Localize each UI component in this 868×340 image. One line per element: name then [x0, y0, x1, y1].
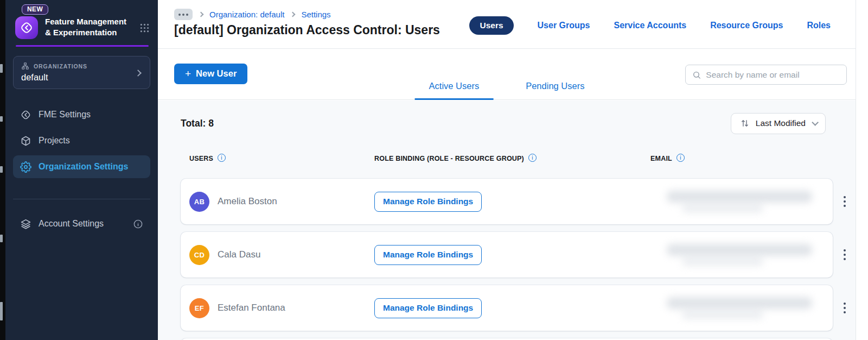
row-menu-kebab-icon[interactable] [839, 245, 851, 265]
table-row: CD Cala Dasu Manage Role Bindings [181, 232, 833, 278]
sidebar-item-organization-settings[interactable]: Organization Settings [13, 155, 150, 178]
tab-roles[interactable]: Roles [807, 21, 831, 30]
access-control-tabs: Users User Groups Service Accounts Resou… [469, 16, 831, 35]
tab-resource-groups[interactable]: Resource Groups [710, 21, 783, 30]
email-redacted-blur [667, 244, 812, 266]
user-name: Estefan Fontana [218, 303, 285, 313]
sidebar-item-label: Account Settings [39, 219, 104, 229]
tab-user-groups[interactable]: User Groups [538, 21, 590, 30]
edge-artifact [0, 64, 3, 73]
cube-icon [20, 135, 31, 147]
sidebar-divider [13, 199, 150, 199]
sidebar-item-projects[interactable]: Projects [13, 129, 150, 152]
user-name: Cala Dasu [218, 249, 260, 260]
search-icon [692, 70, 701, 80]
avatar: AB [189, 192, 209, 212]
email-redacted-blur [667, 191, 812, 212]
organization-selector[interactable]: ORGANIZATIONS default [13, 56, 150, 89]
manage-role-bindings-button[interactable]: Manage Role Bindings [374, 298, 482, 318]
sidebar-item-fme-settings[interactable]: FME Settings [13, 103, 150, 126]
tab-users[interactable]: Users [469, 16, 513, 35]
new-user-button[interactable]: + New User [174, 64, 247, 84]
avatar: CD [189, 245, 209, 265]
avatar: EF [189, 298, 209, 318]
info-icon[interactable]: i [218, 154, 226, 162]
sort-dropdown[interactable]: Last Modified [731, 113, 826, 134]
column-users: USERS i [189, 155, 374, 163]
organizations-label: ORGANIZATIONS [34, 63, 87, 70]
edge-artifact [0, 235, 3, 242]
sidebar-header: NEW Feature Management & Experimentation [5, 0, 158, 47]
chevron-right-icon [290, 12, 296, 17]
email-redacted-blur [667, 297, 812, 319]
brand-accent-rule [16, 45, 149, 47]
breadcrumb: Organization: default Settings [174, 9, 331, 20]
sidebar-nav: FME Settings Projects Organization Setti… [13, 103, 150, 178]
organization-value: default [21, 72, 142, 83]
main-panel: Organization: default Settings [default]… [158, 0, 856, 340]
search-box [685, 65, 847, 85]
breadcrumb-ellipsis-button[interactable] [174, 9, 193, 20]
org-hierarchy-icon [21, 62, 29, 70]
layers-icon [20, 218, 31, 230]
sort-arrows-icon [740, 118, 750, 128]
info-icon [133, 219, 143, 229]
column-role-binding: ROLE BINDING (ROLE - RESOURCE GROUP) i [374, 155, 650, 163]
edge-artifact [0, 116, 3, 122]
users-toolbar: + New User Active Users Pending Users [158, 49, 856, 100]
chevron-right-icon [199, 12, 204, 17]
email-cell [650, 297, 812, 319]
fme-settings-icon [20, 109, 31, 121]
account-info-button[interactable] [133, 219, 143, 229]
app-switcher-button[interactable] [139, 22, 150, 36]
row-menu-kebab-icon[interactable] [839, 299, 851, 318]
total-count: Total: 8 [181, 118, 214, 129]
email-cell [650, 191, 812, 212]
new-user-button-label: New User [196, 68, 237, 79]
tab-active-users[interactable]: Active Users [415, 81, 494, 100]
app-logo[interactable] [15, 16, 38, 39]
breadcrumb-link-settings[interactable]: Settings [301, 10, 330, 19]
column-email: EMAIL i [650, 155, 759, 163]
window-edge-strip [0, 0, 5, 340]
user-name: Amelia Boston [218, 196, 277, 207]
sidebar-item-label: Projects [39, 136, 70, 146]
sidebar-item-account-settings[interactable]: Account Settings [13, 212, 150, 235]
chevron-down-icon [812, 119, 819, 126]
info-icon[interactable]: i [676, 154, 685, 162]
table-row: AB Amelia Boston Manage Role Bindings [181, 179, 833, 224]
app-title: Feature Management & Experimentation [45, 16, 127, 38]
grid-apps-icon [139, 22, 150, 34]
edge-artifact [0, 166, 3, 173]
edge-artifact [0, 302, 3, 320]
user-state-tabs: Active Users Pending Users [415, 81, 599, 100]
sort-dropdown-value: Last Modified [756, 118, 806, 128]
sidebar: NEW Feature Management & Experimentation [5, 0, 158, 340]
sidebar-item-label: FME Settings [39, 110, 91, 119]
search-input[interactable] [706, 70, 840, 80]
page-title: [default] Organization Access Control: U… [174, 23, 440, 37]
split-logo-icon [20, 21, 34, 35]
page-header: Organization: default Settings [default]… [158, 0, 856, 49]
row-menu-kebab-icon[interactable] [839, 192, 851, 211]
table-header-row: USERS i ROLE BINDING (ROLE - RESOURCE GR… [181, 154, 833, 163]
tab-service-accounts[interactable]: Service Accounts [614, 21, 686, 30]
breadcrumb-link-organization[interactable]: Organization: default [209, 10, 284, 19]
email-cell [650, 244, 812, 266]
users-list-panel: Total: 8 Last Modified USERS i ROLE BIND… [158, 100, 856, 340]
manage-role-bindings-button[interactable]: Manage Role Bindings [374, 245, 482, 265]
new-badge: NEW [22, 4, 48, 15]
manage-role-bindings-button[interactable]: Manage Role Bindings [374, 192, 482, 212]
table-row: EF Estefan Fontana Manage Role Bindings [181, 285, 833, 331]
plus-icon: + [185, 70, 191, 78]
sidebar-item-label: Organization Settings [39, 162, 128, 172]
tab-pending-users[interactable]: Pending Users [512, 81, 598, 100]
info-icon[interactable]: i [528, 154, 537, 162]
gear-icon [20, 161, 31, 173]
